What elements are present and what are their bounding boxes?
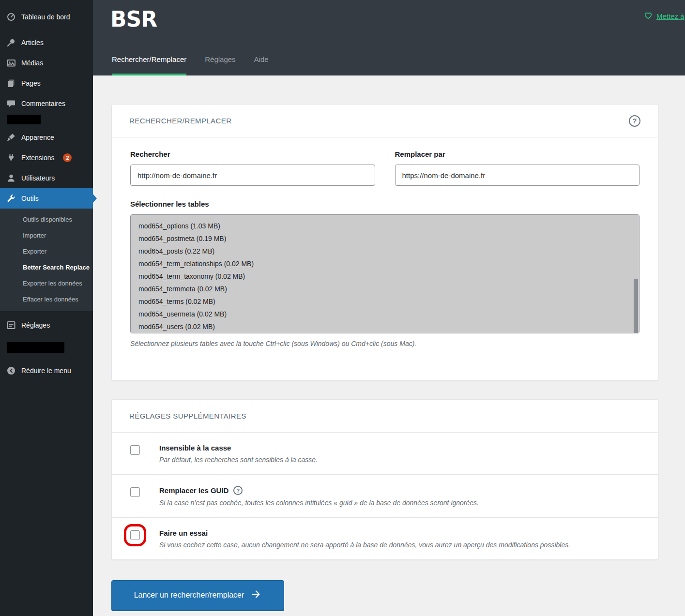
card-body: Rechercher Remplacer par Sélectionner le… <box>112 137 658 347</box>
option-row-case-insensitive: Insensible à la casse Par défaut, les re… <box>112 433 658 475</box>
submenu-item-effacer-donnees[interactable]: Effacer les données <box>0 291 93 307</box>
sidebar-item-utilisateurs[interactable]: Utilisateurs <box>0 168 93 188</box>
option-description: Par défaut, les recherches sont sensible… <box>159 456 318 464</box>
table-option-clipped[interactable] <box>131 215 639 220</box>
table-option[interactable]: mod654_options (1.03 MB) <box>131 220 639 232</box>
sidebar-item-dashboard[interactable]: Tableau de bord <box>0 7 93 27</box>
settings-icon <box>6 320 16 330</box>
option-text: Insensible à la casse Par défaut, les re… <box>159 444 318 464</box>
search-label: Rechercher <box>130 150 375 158</box>
sidebar-item-label: Apparence <box>21 134 54 141</box>
help-icon[interactable]: ? <box>233 486 243 495</box>
card-title: RECHERCHER/REMPLACER <box>129 117 231 125</box>
submenu-item-exporter-donnees[interactable]: Exporter les données <box>0 275 93 291</box>
replace-input[interactable] <box>395 165 640 186</box>
option-title-text: Remplacer les GUID <box>159 486 228 495</box>
sidebar-item-pages[interactable]: Pages <box>0 73 93 93</box>
run-button-label: Lancer un rechercher/remplacer <box>134 591 244 600</box>
replace-guids-checkbox[interactable] <box>130 487 140 497</box>
admin-sidebar: Tableau de bord Articles Médias Pages <box>0 0 93 616</box>
option-title: Remplacer les GUID ? <box>159 486 479 495</box>
sidebar-item-label: Médias <box>21 59 43 67</box>
tools-submenu: Outils disponibles Importer Exporter Bet… <box>0 209 93 311</box>
menu-separator <box>0 27 93 32</box>
table-option[interactable]: mod654_term_taxonomy (0.02 MB) <box>131 270 639 283</box>
pushpin-icon <box>6 38 16 47</box>
sidebar-item-extensions[interactable]: Extensions 2 <box>0 148 93 168</box>
table-option[interactable]: mod654_term_relationships (0.02 MB) <box>131 257 639 270</box>
pages-icon <box>6 78 16 88</box>
sidebar-item-commentaires[interactable]: Commentaires <box>0 93 93 114</box>
table-option[interactable]: mod654_usermeta (0.02 MB) <box>131 308 639 320</box>
sidebar-item-label: Tableau de bord <box>21 13 70 21</box>
table-option[interactable]: mod654_postmeta (0.19 MB) <box>131 232 639 245</box>
replace-label: Remplacer par <box>395 150 640 158</box>
table-option[interactable]: mod654_users (0.02 MB) <box>131 320 639 333</box>
sidebar-item-label: Commentaires <box>21 100 65 107</box>
user-icon <box>6 173 16 183</box>
wrench-icon <box>6 194 16 203</box>
option-description: Si la case n’est pas cochée, toutes les … <box>159 499 479 507</box>
comment-icon <box>6 99 16 108</box>
tables-multiselect: mod654_options (1.03 MB) mod654_postmeta… <box>130 214 639 333</box>
dashboard-icon <box>6 12 16 22</box>
brush-icon <box>6 133 16 142</box>
sidebar-item-label: Outils <box>21 195 39 202</box>
submenu-item-better-search-replace[interactable]: Better Search Replace <box>0 259 93 275</box>
tab-reglages[interactable]: Réglages <box>205 43 235 75</box>
scrollbar-thumb[interactable] <box>634 279 638 333</box>
table-option[interactable]: mod654_terms (0.02 MB) <box>131 295 639 308</box>
collapse-arrow-icon <box>6 366 16 376</box>
heart-icon <box>644 11 653 21</box>
search-input[interactable] <box>130 165 375 186</box>
sidebar-item-reglages[interactable]: Réglages <box>0 315 93 335</box>
option-row-dry-run: Faire un essai Si vous cochez cette case… <box>112 518 658 559</box>
sidebar-item-outils[interactable]: Outils <box>0 188 93 209</box>
option-title: Insensible à la casse <box>159 444 318 452</box>
option-text: Faire un essai Si vous cochez cette case… <box>159 529 570 549</box>
option-title: Faire un essai <box>159 529 570 537</box>
option-description: Si vous cochez cette case, aucun changem… <box>159 541 570 549</box>
tab-rechercher-remplacer[interactable]: Rechercher/Remplacer <box>112 43 186 75</box>
arrow-right-icon <box>251 589 261 601</box>
search-replace-card: RECHERCHER/REMPLACER ? Rechercher Rempla… <box>111 104 658 381</box>
plugin-icon <box>6 153 16 163</box>
tab-aide[interactable]: Aide <box>254 43 269 75</box>
help-icon[interactable]: ? <box>629 115 640 127</box>
sidebar-item-label: Extensions <box>21 154 54 162</box>
card-header: RÉGLAGES SUPPLÉMENTAIRES <box>112 400 658 433</box>
case-insensitive-checkbox[interactable] <box>130 445 140 455</box>
submenu-item-outils-disponibles[interactable]: Outils disponibles <box>0 211 93 227</box>
search-column: Rechercher <box>130 150 375 186</box>
redacted-text <box>7 115 41 124</box>
header-row: BSR Mettez à <box>93 0 685 43</box>
tables-label: Sélectionner les tables <box>130 200 639 208</box>
sidebar-item-label: Articles <box>21 39 44 46</box>
submenu-item-importer[interactable]: Importer <box>0 227 93 243</box>
card-title: RÉGLAGES SUPPLÉMENTAIRES <box>129 412 246 420</box>
update-notice: Mettez à <box>644 11 685 21</box>
table-option[interactable]: mod654_termmeta (0.02 MB) <box>131 283 639 295</box>
card-header: RECHERCHER/REMPLACER ? <box>112 105 658 137</box>
admin-menu: Tableau de bord Articles Médias Pages <box>0 0 93 381</box>
sidebar-item-apparence[interactable]: Apparence <box>0 127 93 148</box>
table-option[interactable]: mod654_posts (0.22 MB) <box>131 245 639 257</box>
updates-count-badge: 2 <box>63 153 72 162</box>
main-content: RECHERCHER/REMPLACER ? Rechercher Rempla… <box>93 75 685 616</box>
sidebar-item-label: Pages <box>21 79 41 87</box>
update-link[interactable]: Mettez à <box>656 12 685 20</box>
plugin-header: BSR Mettez à Rechercher/Remplacer Réglag… <box>93 0 685 75</box>
sidebar-item-medias[interactable]: Médias <box>0 53 93 73</box>
collapse-menu-button[interactable]: Réduire le menu <box>0 361 93 381</box>
sidebar-item-articles[interactable]: Articles <box>0 32 93 53</box>
sidebar-item-label: Réglages <box>21 321 50 329</box>
bsr-logo: BSR <box>110 7 157 31</box>
extra-settings-card: RÉGLAGES SUPPLÉMENTAIRES Insensible à la… <box>111 399 658 560</box>
replace-column: Remplacer par <box>395 150 640 186</box>
run-search-replace-button[interactable]: Lancer un rechercher/remplacer <box>111 580 284 610</box>
option-row-replace-guids: Remplacer les GUID ? Si la case n’est pa… <box>112 475 658 518</box>
submenu-item-exporter[interactable]: Exporter <box>0 243 93 259</box>
plugin-tabs: Rechercher/Remplacer Réglages Aide <box>93 43 685 75</box>
redacted-text <box>7 342 64 353</box>
dry-run-checkbox[interactable] <box>130 530 140 540</box>
